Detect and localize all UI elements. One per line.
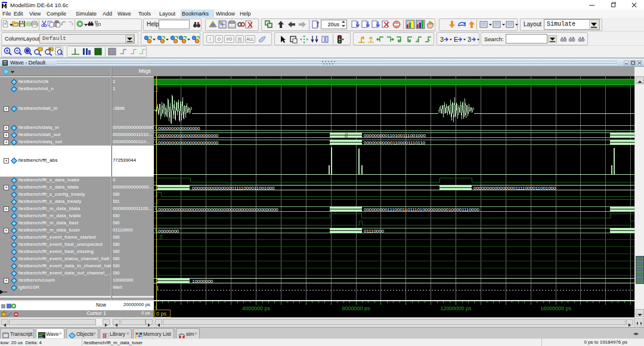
svg-text:00000000000000000000000: 00000000000000000000000 (158, 140, 219, 146)
svg-text:00000000000000000000000: 00000000000000000000000 (158, 133, 219, 138)
svg-text:000000000000000011110000110010: 00000000000000001111000011001000 (473, 186, 556, 191)
svg-text:8000000 ps: 8000000 ps (342, 305, 370, 311)
svg-text:000000000000000011110000110010: 00000000000000001111000011001000 (192, 186, 275, 191)
svg-text:00000000: 00000000 (158, 228, 179, 234)
svg-text:3: 3 (440, 36, 444, 43)
svg-text:000000000110100111001000: 000000000110100111001000 (364, 133, 426, 138)
svg-text:000000000111000110111010000000: 0000000001110001101110100000000001000011… (364, 207, 479, 212)
svg-text:((: (( (345, 132, 348, 138)
svg-text:000000000001100001110110: 000000000001100001110110 (364, 140, 426, 146)
svg-text:0 ps: 0 ps (156, 311, 167, 317)
svg-text:12000000 ps: 12000000 ps (440, 305, 472, 311)
svg-text:01110000: 01110000 (364, 228, 385, 234)
svg-text:E: E (454, 36, 458, 43)
svg-text:16000000 ps: 16000000 ps (540, 305, 572, 311)
svg-text:000000000000000000000000000000: 0000000000000000000000000000000000000000… (158, 207, 278, 212)
svg-text:3: 3 (467, 36, 471, 43)
svg-text:0000000000000000: 0000000000000000 (158, 126, 200, 131)
svg-text:10000000: 10000000 (192, 279, 213, 284)
svg-text:4000000 ps: 4000000 ps (242, 305, 271, 311)
